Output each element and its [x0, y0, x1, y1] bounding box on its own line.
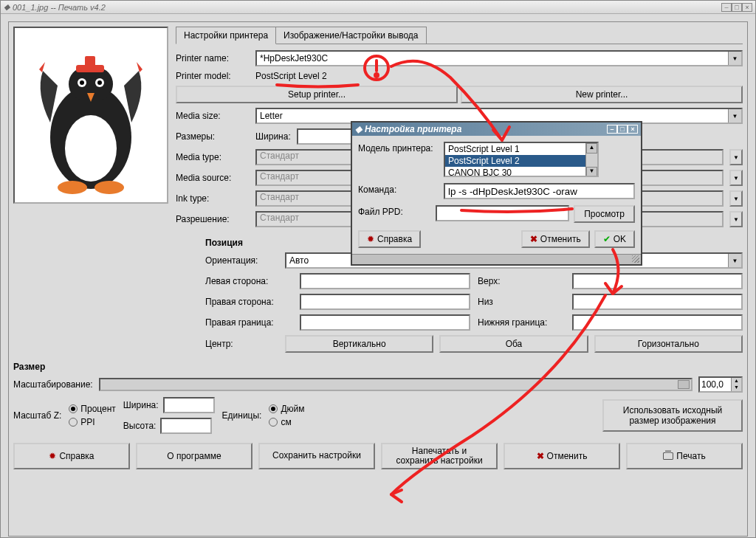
size-height-input[interactable]: [160, 418, 212, 434]
chevron-down-icon[interactable]: ▼: [728, 254, 741, 267]
close-button[interactable]: ×: [742, 3, 752, 12]
modal-maximize-button[interactable]: □: [617, 125, 628, 134]
new-printer-button[interactable]: New printer...: [461, 86, 743, 103]
help-button[interactable]: ✹Справка: [13, 443, 130, 469]
modal-command-label: Команда:: [358, 183, 439, 195]
width-label: Ширина:: [255, 131, 291, 142]
ppd-input[interactable]: [436, 205, 569, 221]
cancel-button[interactable]: ✖Отменить: [504, 443, 620, 469]
maximize-button[interactable]: □: [732, 3, 742, 12]
modal-icon: ◆: [355, 124, 362, 134]
print-icon: [663, 452, 673, 460]
tab-printer-settings[interactable]: Настройки принтера: [176, 27, 276, 44]
use-original-size-button[interactable]: Использовать исходный размер изображения: [602, 399, 743, 432]
center-vertical-button[interactable]: Вертикально: [285, 335, 433, 353]
left-input[interactable]: [300, 273, 470, 289]
setup-printer-button[interactable]: Setup printer...: [176, 86, 458, 103]
browse-button[interactable]: Просмотр: [574, 205, 635, 223]
modal-model-label: Модель принтера:: [358, 142, 439, 154]
modal-minimize-button[interactable]: –: [607, 125, 617, 134]
units-label: Единицы:: [222, 410, 262, 421]
svg-point-6: [80, 80, 84, 85]
top-input[interactable]: [572, 273, 743, 289]
svg-point-10: [58, 181, 87, 194]
modal-statusbar: [352, 254, 641, 264]
about-button[interactable]: О программе: [136, 443, 252, 469]
list-item[interactable]: CANON BJC 30: [445, 167, 597, 177]
size-width-input[interactable]: [163, 397, 215, 413]
chevron-down-icon[interactable]: ▼: [729, 149, 743, 165]
scaling-slider[interactable]: [99, 378, 693, 391]
list-item[interactable]: PostScript Level 1: [445, 143, 597, 155]
center-both-button[interactable]: Оба: [439, 335, 588, 353]
media-size-label: Media size:: [176, 111, 250, 121]
chevron-down-icon[interactable]: ▼: [729, 190, 743, 207]
preview-image: [13, 27, 168, 204]
chevron-down-icon[interactable]: ▼: [729, 170, 743, 186]
radio-percent[interactable]: Процент: [69, 404, 116, 414]
modal-ppd-label: Файл PPD:: [358, 205, 431, 217]
spin-up-icon[interactable]: ▲: [731, 378, 741, 384]
printer-name-combo[interactable]: *HpDeskJet930C ▼: [255, 50, 743, 66]
width-input[interactable]: [297, 128, 356, 145]
print-and-save-button[interactable]: Напечатать и сохранить настройки: [381, 443, 498, 469]
chevron-down-icon[interactable]: ▼: [729, 211, 743, 227]
orientation-value: Авто: [289, 255, 309, 266]
units-radio-group: Дюйм см: [269, 404, 304, 427]
command-input[interactable]: [444, 183, 635, 199]
right-border-input[interactable]: [300, 314, 470, 331]
modal-help-button[interactable]: ✹Справка: [358, 230, 421, 248]
size-height-label: Высота:: [123, 421, 157, 431]
help-icon: ✹: [49, 451, 56, 461]
scroll-down-icon[interactable]: ▼: [586, 167, 597, 177]
right-input[interactable]: [300, 294, 470, 310]
save-settings-button[interactable]: Сохранить настройки: [258, 443, 375, 469]
right-border-label: Правая граница:: [205, 317, 294, 328]
printer-name-label: Printer name:: [176, 53, 250, 63]
printer-setup-dialog: ◆ Настройка принтера – □ × Модель принте…: [351, 121, 642, 266]
bottom-input[interactable]: [572, 294, 743, 310]
list-item[interactable]: PostScript Level 2: [445, 155, 597, 167]
scroll-up-icon[interactable]: ▲: [586, 143, 597, 154]
modal-cancel-button[interactable]: ✖Отменить: [521, 230, 590, 248]
minimize-button[interactable]: –: [721, 3, 732, 12]
media-source-label: Media source:: [176, 173, 250, 183]
media-size-value: Letter: [260, 111, 283, 121]
top-label: Верх:: [478, 276, 566, 286]
svg-point-7: [97, 80, 102, 85]
chevron-down-icon[interactable]: ▼: [728, 109, 741, 123]
bottom-label: Низ: [478, 297, 566, 307]
printer-model-listbox[interactable]: PostScript Level 1 PostScript Level 2 CA…: [444, 142, 599, 177]
svg-rect-9: [85, 56, 95, 66]
window-title: 001_1.jpg -- Печать v4.2: [13, 3, 106, 12]
bottom-border-label: Нижняя граница:: [478, 317, 566, 328]
ok-icon: ✔: [603, 234, 611, 244]
main-window: ◆ 001_1.jpg -- Печать v4.2 – □ ×: [0, 0, 756, 538]
modal-title-text: Настройка принтера: [365, 124, 461, 134]
orientation-label: Ориентация:: [205, 255, 279, 266]
modal-titlebar: ◆ Настройка принтера – □ ×: [352, 123, 641, 136]
dimensions-label: Размеры:: [176, 131, 250, 142]
radio-ppi[interactable]: PPI: [69, 417, 116, 427]
scrollbar[interactable]: ▲ ▼: [585, 143, 597, 176]
resize-grip-icon[interactable]: [632, 255, 639, 263]
help-icon: ✹: [367, 234, 374, 244]
penguin-icon: [24, 34, 157, 196]
size-width-label: Ширина:: [123, 400, 159, 410]
bottom-border-input[interactable]: [572, 314, 743, 331]
spin-down-icon[interactable]: ▼: [731, 384, 741, 391]
cancel-icon: ✖: [537, 451, 544, 461]
print-button[interactable]: Печать: [626, 443, 743, 469]
modal-ok-button[interactable]: ✔OK: [594, 230, 635, 248]
center-horizontal-button[interactable]: Горизонтально: [594, 335, 743, 353]
slider-thumb[interactable]: [678, 380, 690, 389]
radio-cm[interactable]: см: [269, 417, 304, 427]
modal-close-button[interactable]: ×: [628, 125, 638, 134]
radio-inch[interactable]: Дюйм: [269, 404, 304, 414]
scaling-spinbox[interactable]: 100,0 ▲▼: [698, 376, 743, 393]
ink-type-label: Ink type:: [176, 193, 250, 204]
tab-output-settings[interactable]: Изображение/Настройки вывода: [275, 27, 426, 44]
chevron-down-icon[interactable]: ▼: [728, 52, 741, 65]
left-label: Левая сторона:: [205, 276, 294, 286]
printer-name-value: *HpDeskJet930C: [260, 53, 328, 63]
